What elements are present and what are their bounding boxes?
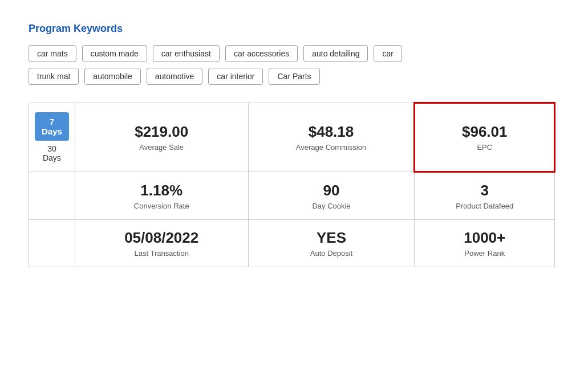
stats-table: 7 Days 30 Days $219.00 Average Sale $48.… [29, 102, 555, 267]
keyword-automobile[interactable]: automobile [84, 68, 141, 85]
power-rank-value: 1000+ [420, 229, 549, 247]
epc-value: $96.01 [421, 123, 548, 141]
empty-cell-3 [29, 220, 75, 267]
days-container: 7 Days 30 Days [35, 112, 69, 162]
epc-cell: $96.01 EPC [415, 103, 555, 172]
average-sale-label: Average Sale [81, 143, 242, 152]
stats-row-2: 1.18% Conversion Rate 90 Day Cookie 3 Pr… [29, 172, 555, 220]
keyword-car-mats[interactable]: car mats [29, 45, 76, 62]
average-commission-cell: $48.18 Average Commission [248, 103, 415, 172]
30-days-button[interactable]: 30 Days [43, 144, 61, 162]
product-datafeed-cell: 3 Product Datafeed [415, 172, 555, 220]
days-selector-cell[interactable]: 7 Days 30 Days [29, 103, 75, 172]
cookie-label: Day Cookie [254, 202, 409, 210]
last-transaction-cell: 05/08/2022 Last Transaction [75, 220, 248, 267]
average-sale-cell: $219.00 Average Sale [75, 103, 248, 172]
auto-deposit-value: YES [254, 229, 409, 247]
last-transaction-label: Last Transaction [81, 249, 242, 258]
keyword-automotive[interactable]: automotive [147, 68, 202, 85]
keyword-trunk-mat[interactable]: trunk mat [29, 68, 79, 85]
keywords-row-1: car mats custom made car enthusiast car … [29, 45, 555, 62]
stats-row-3: 05/08/2022 Last Transaction YES Auto Dep… [29, 220, 555, 267]
keyword-auto-detailing[interactable]: auto detailing [303, 45, 368, 62]
average-commission-label: Average Commission [254, 143, 408, 152]
cookie-cell: 90 Day Cookie [248, 172, 415, 220]
empty-cell-2 [29, 172, 75, 220]
product-datafeed-label: Product Datafeed [420, 202, 549, 210]
keywords-row-2: trunk mat automobile automotive car inte… [29, 68, 555, 85]
last-transaction-value: 05/08/2022 [81, 229, 242, 247]
keyword-car-enthusiast[interactable]: car enthusiast [153, 45, 220, 62]
product-datafeed-value: 3 [420, 182, 549, 199]
average-commission-value: $48.18 [254, 123, 408, 141]
keywords-section: Program Keywords car mats custom made ca… [29, 23, 555, 85]
power-rank-cell: 1000+ Power Rank [415, 220, 555, 267]
keyword-car-interior[interactable]: car interior [208, 68, 263, 85]
auto-deposit-cell: YES Auto Deposit [248, 220, 415, 267]
conversion-rate-label: Conversion Rate [81, 202, 242, 210]
cookie-value: 90 [254, 182, 409, 199]
7-days-button[interactable]: 7 Days [35, 112, 69, 141]
section-title: Program Keywords [29, 23, 555, 35]
keyword-car[interactable]: car [374, 45, 402, 62]
conversion-rate-value: 1.18% [81, 182, 242, 199]
page-container: Program Keywords car mats custom made ca… [29, 23, 555, 267]
average-sale-value: $219.00 [81, 123, 242, 141]
keyword-car-accessories[interactable]: car accessories [225, 45, 298, 62]
power-rank-label: Power Rank [420, 249, 549, 258]
keyword-custom-made[interactable]: custom made [82, 45, 147, 62]
keyword-car-parts[interactable]: Car Parts [269, 68, 319, 85]
stats-row-1: 7 Days 30 Days $219.00 Average Sale $48.… [29, 103, 555, 172]
auto-deposit-label: Auto Deposit [254, 249, 409, 258]
epc-label: EPC [421, 143, 548, 152]
conversion-rate-cell: 1.18% Conversion Rate [75, 172, 248, 220]
